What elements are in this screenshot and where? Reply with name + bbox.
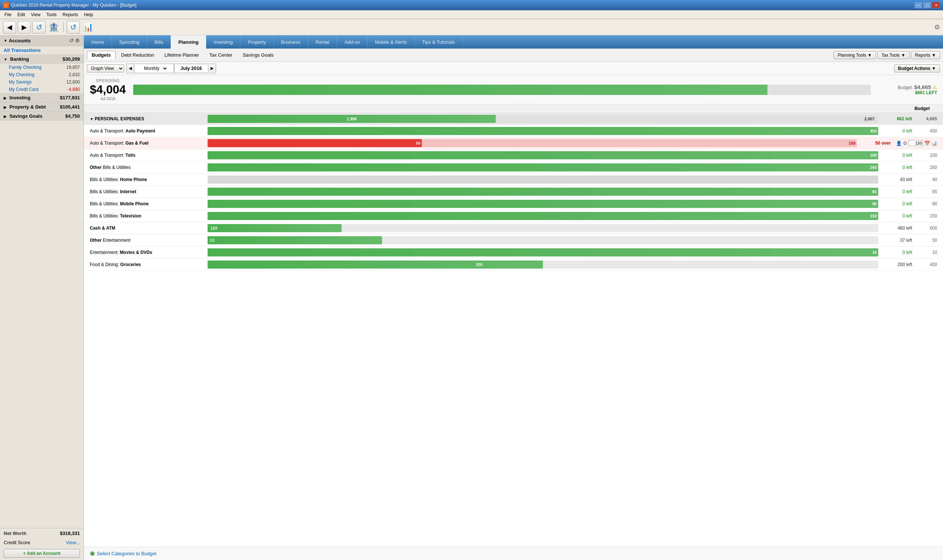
add-account-button[interactable]: + Add an Account [4, 549, 80, 558]
subtab-lifetime[interactable]: Lifetime Planner [160, 51, 204, 59]
tab-rental[interactable]: Rental [308, 35, 337, 49]
menu-view[interactable]: View [28, 11, 43, 18]
budget-left-label: $661 LEFT [878, 90, 937, 95]
header-col-budget: Budget [908, 106, 937, 111]
movies-dvds-budget: 10 [915, 250, 937, 255]
credit-score-row: Credit Score View... [0, 538, 83, 547]
gas-fuel-settings-icon[interactable]: ⚙ [903, 140, 907, 146]
month-label: July 2016 [174, 65, 208, 72]
menu-help[interactable]: Help [81, 11, 96, 18]
my-checking-amount: 2,832 [69, 72, 80, 77]
tab-property[interactable]: Property [240, 35, 273, 49]
budget-toolbar: Graph View Annual View ◀ Monthly Weekly … [84, 62, 943, 75]
reports-button[interactable]: Reports ▼ [911, 51, 940, 59]
property-debt-group: ▶ Property & Debt $105,441 [0, 102, 83, 111]
investing-total: $177,931 [60, 95, 80, 100]
subtab-tax[interactable]: Tax Center [205, 51, 237, 59]
cash-atm-row: Cash & ATM 120 480 left 600 [84, 222, 943, 234]
subtab-debt[interactable]: Debt Reduction [116, 51, 159, 59]
menu-file[interactable]: File [2, 11, 14, 18]
refresh-accounts-icon[interactable]: ↺ [69, 37, 74, 43]
view-select[interactable]: Graph View Annual View [87, 65, 124, 72]
tolls-row: Auto & Transport: Tolls 100 0 left 100 [84, 149, 943, 162]
gas-fuel-calendar-icon[interactable]: 📅 [924, 140, 930, 146]
refresh2-button[interactable]: ↺ [66, 21, 80, 34]
accounts-settings-icon[interactable]: ⚙ [75, 37, 80, 43]
dashboard-icon: 📊 [81, 21, 95, 34]
tab-planning[interactable]: Planning [171, 35, 206, 49]
forward-button[interactable]: ▶ [18, 21, 31, 34]
tax-tools-button[interactable]: Tax Tools ▼ [877, 51, 909, 59]
toolbar: ◀ ▶ ↺ 🏦 ↺ 📊 ⚙ [0, 19, 943, 35]
tab-home[interactable]: Home [84, 35, 112, 49]
my-savings-name: My Savings [9, 80, 32, 85]
property-debt-group-header[interactable]: ▶ Property & Debt $105,441 [0, 102, 83, 111]
personal-expenses-row: ▼ PERSONAL EXPENSES 1,996 2,007 662 left… [84, 113, 943, 125]
gas-fuel-chart-icon[interactable]: 📊 [931, 140, 937, 146]
other-bills-bar: 260 [208, 163, 878, 171]
tab-tips[interactable]: Tips & Tutorials [415, 35, 463, 49]
investing-group-header[interactable]: ▶ Investing $177,931 [0, 93, 83, 102]
tolls-bar: 100 [208, 151, 878, 159]
subtab-budgets[interactable]: Budgets [87, 51, 116, 59]
spending-bar-fill [133, 85, 768, 95]
spending-left: SPENDING $4,004 Jul 2016 [90, 78, 126, 101]
back-button[interactable]: ◀ [3, 21, 16, 34]
menu-reports[interactable]: Reports [60, 11, 81, 18]
my-savings-item[interactable]: My Savings 12,600 [0, 78, 83, 86]
subtab-savings[interactable]: Savings Goals [238, 51, 278, 59]
tab-bills[interactable]: Bills [147, 35, 171, 49]
tab-spending[interactable]: Spending [112, 35, 147, 49]
close-button[interactable]: ✕ [932, 2, 940, 8]
period-next-button[interactable]: ▶ [208, 65, 216, 71]
television-budget: 150 [915, 214, 937, 218]
refresh-button[interactable]: ↺ [32, 21, 46, 34]
other-bills-label: Other Bills & Utilities [90, 165, 208, 170]
my-credit-card-amount: -4,880 [67, 87, 80, 92]
content-area: Home Spending Bills Planning Investing P… [84, 35, 943, 560]
other-entertainment-left: 37 left [878, 238, 915, 243]
banking-total: $30,209 [63, 56, 80, 62]
home-phone-bar [208, 175, 878, 184]
menu-edit[interactable]: Edit [14, 11, 28, 18]
nav-tabs: Home Spending Bills Planning Investing P… [84, 35, 943, 49]
tab-addon[interactable]: Add-on [337, 35, 368, 49]
investing-arrow-icon: ▶ [4, 96, 7, 100]
tab-investing[interactable]: Investing [206, 35, 240, 49]
savings-goals-group-header[interactable]: ▶ Savings Goals $4,750 [0, 111, 83, 121]
property-total: $105,441 [60, 104, 80, 110]
menu-tools[interactable]: Tools [43, 11, 60, 18]
settings-gear-icon[interactable]: ⚙ [934, 23, 940, 31]
movies-dvds-left: 0 left [878, 250, 915, 255]
auto-payment-bar-fill: 450 [208, 127, 878, 135]
gas-fuel-info-icon[interactable]: 👤 [896, 140, 902, 146]
mobile-phone-row: Bills & Utilities: Mobile Phone 90 0 lef… [84, 198, 943, 210]
credit-score-label: Credit Score [4, 540, 30, 545]
period-prev-button[interactable]: ◀ [126, 65, 134, 71]
property-arrow-icon: ▶ [4, 105, 7, 109]
my-credit-card-item[interactable]: My Credit Card -4,880 [0, 86, 83, 93]
cash-atm-budget: 600 [915, 226, 937, 231]
period-select[interactable]: Monthly Weekly Yearly [140, 65, 168, 72]
minimize-button[interactable]: ─ [914, 2, 922, 8]
all-transactions-link[interactable]: All Transactions [0, 46, 83, 54]
select-categories-link[interactable]: Select Categories to Budget [97, 551, 156, 556]
gas-fuel-budget-input[interactable] [908, 140, 923, 146]
banking-group-header[interactable]: ▼ Banking $30,209 [0, 54, 83, 64]
maximize-button[interactable]: □ [923, 2, 931, 8]
savings-total: $4,750 [65, 113, 80, 119]
family-checking-item[interactable]: Family Checking 19,657 [0, 64, 83, 71]
budget-table-header: Budget [84, 105, 943, 113]
tab-business[interactable]: Business [274, 35, 308, 49]
budget-actions-button[interactable]: Budget Actions ▼ [894, 65, 940, 72]
add-category-icon[interactable]: ⊕ [90, 550, 95, 557]
credit-score-link[interactable]: View... [66, 540, 80, 545]
other-bills-left: 0 left [878, 165, 915, 170]
internet-left: 0 left [878, 189, 915, 194]
movies-dvds-row: Entertainment: Movies & DVDs 10 0 left 1… [84, 246, 943, 258]
my-checking-item[interactable]: My Checking 2,832 [0, 71, 83, 78]
planning-tools-button[interactable]: Planning Tools ▼ [834, 51, 876, 59]
main-layout: ▼ Accounts ↺ ⚙ All Transactions ▼ Bankin… [0, 35, 943, 560]
title-bar: Q Quicken 2016 Rental Property Manager -… [0, 0, 943, 10]
tab-mobile[interactable]: Mobile & Alerts [368, 35, 415, 49]
